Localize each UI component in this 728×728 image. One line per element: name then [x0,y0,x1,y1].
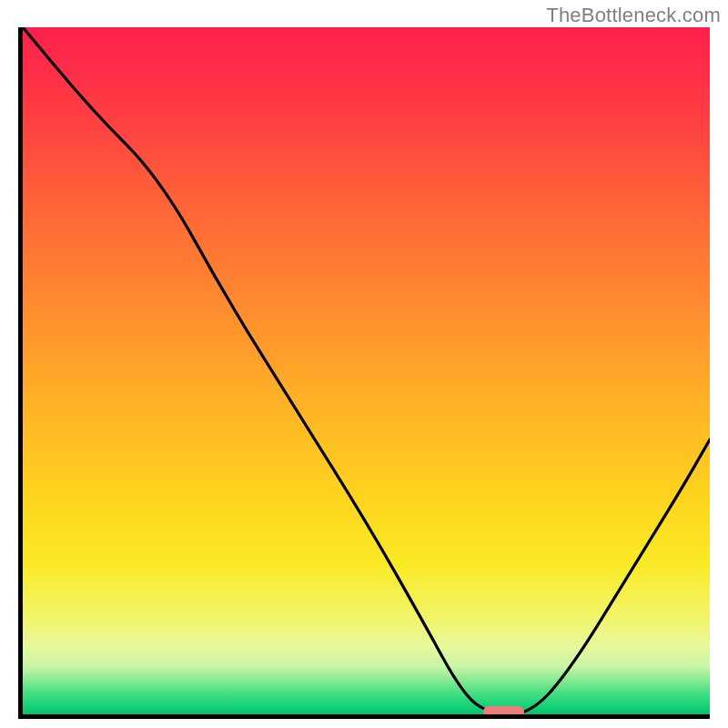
attribution-label: TheBottleneck.com [546,4,721,27]
plot-axes [18,27,710,719]
optimal-marker [483,706,524,714]
bottleneck-curve [23,27,710,714]
plot-area [23,27,710,714]
chart-container: TheBottleneck.com [0,0,728,728]
curve-svg [23,27,710,714]
